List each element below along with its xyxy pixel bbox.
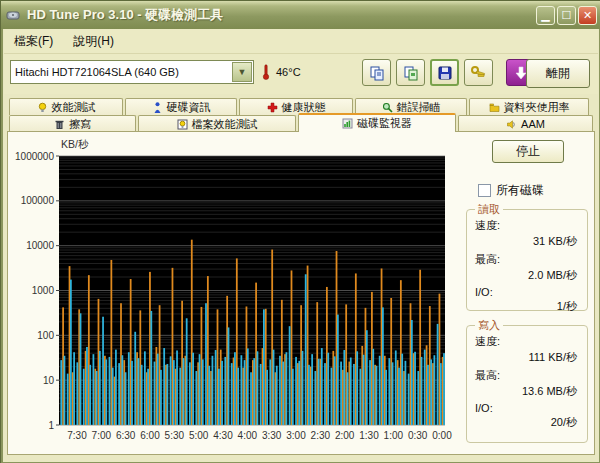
svg-text:100000: 100000 [21, 195, 55, 206]
file-bench-icon [177, 119, 188, 130]
monitor-chart-area: 1000000100000100001000100101KB/秒7:307:00… [8, 132, 463, 454]
tab-label: 硬碟資訊 [167, 100, 211, 115]
svg-text:4:00: 4:00 [238, 430, 258, 441]
write-speed-label: 速度: [475, 334, 579, 349]
copy-image-button[interactable] [396, 59, 425, 86]
svg-text:10000: 10000 [26, 240, 54, 251]
erase-icon [54, 119, 65, 130]
write-io-label: I/O: [475, 402, 579, 414]
toolbar: Hitachi HDT721064SLA (640 GB) ▼ 46°C [4, 54, 598, 94]
monitor-icon [342, 118, 353, 129]
read-io-label: I/O: [475, 286, 579, 298]
tab-folder-usage[interactable]: 資料夾使用率 [469, 98, 589, 115]
drive-select-value: Hitachi HDT721064SLA (640 GB) [11, 66, 231, 78]
read-max-label: 最高: [475, 252, 579, 267]
tab-disk-monitor[interactable]: 磁碟監視器 [298, 113, 456, 132]
svg-text:1000000: 1000000 [15, 151, 54, 162]
thermometer-icon [262, 63, 270, 81]
tab-label: 資料夾使用率 [504, 100, 570, 115]
all-disks-option[interactable]: 所有磁碟 [478, 182, 544, 199]
svg-text:3:30: 3:30 [262, 430, 282, 441]
svg-text:4:30: 4:30 [213, 430, 233, 441]
svg-text:6:00: 6:00 [140, 430, 160, 441]
dropdown-arrow-icon[interactable]: ▼ [232, 62, 252, 82]
read-max-value: 2.0 MB/秒 [475, 268, 577, 283]
app-icon [5, 7, 21, 23]
scan-icon [382, 102, 393, 113]
svg-text:1000: 1000 [32, 285, 55, 296]
info-icon [152, 102, 163, 113]
monitor-chart: 1000000100000100001000100101KB/秒7:307:00… [8, 132, 463, 454]
tab-erase[interactable]: 擦寫 [9, 115, 136, 132]
minimize-icon: ▁ [541, 10, 549, 21]
svg-text:100: 100 [37, 330, 54, 341]
tab-aam[interactable]: AAM [458, 115, 593, 132]
tab-label: AAM [521, 118, 545, 130]
svg-text:3:00: 3:00 [286, 430, 306, 441]
tab-file-benchmark[interactable]: 檔案效能測試 [138, 115, 296, 132]
aam-icon [506, 119, 517, 130]
window-title: HD Tune Pro 3.10 - 硬碟檢測工具 [27, 6, 534, 24]
svg-text:1:30: 1:30 [359, 430, 379, 441]
options-button[interactable] [464, 59, 493, 86]
write-max-value: 13.6 MB/秒 [475, 384, 577, 399]
write-io-value: 20/秒 [475, 415, 577, 430]
read-speed-label: 速度: [475, 218, 579, 233]
tab-row-2: 擦寫 檔案效能測試 磁碟監視器 AAM [9, 115, 595, 132]
tab-label: 效能測試 [52, 100, 96, 115]
copy-text-button[interactable] [362, 59, 391, 86]
svg-text:7:30: 7:30 [67, 430, 87, 441]
svg-text:1: 1 [48, 420, 54, 431]
performance-icon [37, 102, 48, 113]
health-icon [267, 102, 278, 113]
svg-text:10: 10 [43, 375, 55, 386]
tab-label: 磁碟監視器 [357, 116, 412, 131]
close-icon: ✕ [583, 10, 592, 21]
svg-text:7:00: 7:00 [92, 430, 112, 441]
svg-text:5:00: 5:00 [189, 430, 209, 441]
read-io-value: 1/秒 [475, 299, 577, 314]
options-icon [470, 65, 487, 80]
save-button[interactable] [430, 59, 459, 86]
temperature-label: 46°C [276, 66, 301, 78]
app-window: HD Tune Pro 3.10 - 硬碟檢測工具 ▁ ☐ ✕ 檔案(F) 說明… [0, 0, 600, 463]
checkbox-icon[interactable] [478, 184, 491, 197]
maximize-button[interactable]: ☐ [557, 6, 576, 25]
tab-info[interactable]: 硬碟資訊 [125, 98, 237, 115]
write-group-title: 寫入 [475, 318, 503, 333]
svg-text:6:30: 6:30 [116, 430, 136, 441]
folder-icon [489, 102, 500, 113]
read-speed-value: 31 KB/秒 [475, 234, 577, 249]
svg-text:2:00: 2:00 [335, 430, 355, 441]
svg-text:KB/秒: KB/秒 [61, 138, 89, 150]
menu-help[interactable]: 說明(H) [63, 30, 124, 53]
disk-monitor-panel: 1000000100000100001000100101KB/秒7:307:00… [7, 131, 595, 455]
copy-text-icon [369, 65, 385, 81]
svg-text:1:00: 1:00 [384, 430, 404, 441]
title-bar[interactable]: HD Tune Pro 3.10 - 硬碟檢測工具 ▁ ☐ ✕ [1, 1, 600, 29]
tab-benchmark[interactable]: 效能測試 [9, 98, 123, 115]
close-button[interactable]: ✕ [578, 6, 597, 25]
menu-file[interactable]: 檔案(F) [4, 30, 63, 53]
write-speed-value: 111 KB/秒 [475, 350, 577, 365]
svg-text:0:30: 0:30 [408, 430, 428, 441]
save-icon [437, 65, 453, 81]
svg-text:2:30: 2:30 [311, 430, 331, 441]
monitor-side-panel: 停止 所有磁碟 讀取 速度: 31 KB/秒 最高: 2.0 MB/秒 I/O:… [458, 132, 594, 454]
tab-label: 擦寫 [69, 117, 91, 132]
tab-label: 檔案效能測試 [192, 117, 258, 132]
maximize-icon: ☐ [562, 10, 572, 21]
menu-bar: 檔案(F) 說明(H) [4, 29, 598, 54]
svg-text:0:00: 0:00 [432, 430, 452, 441]
minimize-button[interactable]: ▁ [536, 6, 555, 25]
copy-image-icon [403, 65, 419, 81]
exit-button[interactable]: 離開 [526, 59, 590, 88]
drive-select[interactable]: Hitachi HDT721064SLA (640 GB) ▼ [10, 60, 254, 84]
read-group: 讀取 速度: 31 KB/秒 最高: 2.0 MB/秒 I/O: 1/秒 [466, 209, 588, 311]
stop-button[interactable]: 停止 [492, 140, 564, 163]
all-disks-label: 所有磁碟 [496, 182, 544, 199]
write-group: 寫入 速度: 111 KB/秒 最高: 13.6 MB/秒 I/O: 20/秒 [466, 325, 588, 443]
read-group-title: 讀取 [475, 202, 503, 217]
svg-text:5:30: 5:30 [165, 430, 185, 441]
write-max-label: 最高: [475, 368, 579, 383]
